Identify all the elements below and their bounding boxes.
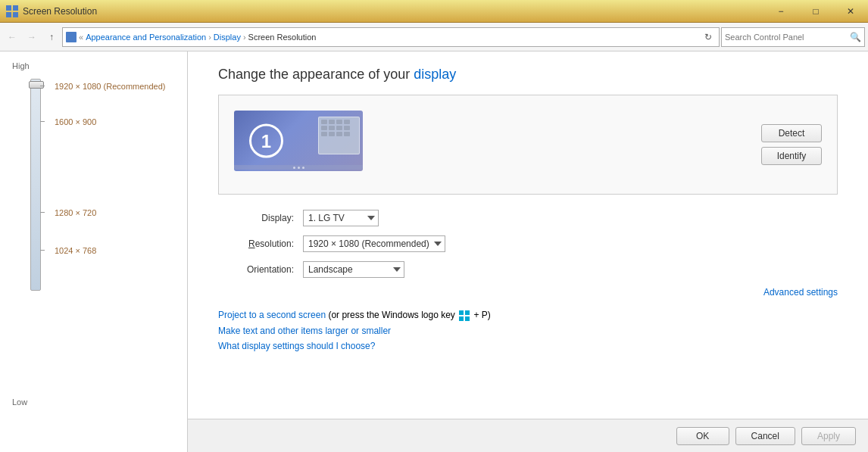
res-label-1024: 1024 × 768 (55, 246, 96, 255)
mini-cell (321, 132, 327, 136)
notch-1 (40, 86, 45, 86)
breadcrumb-appearance[interactable]: Appearance and Personalization (86, 33, 206, 42)
display-row: Display: 1. LG TV (218, 210, 838, 226)
resolution-label: Resolution: (218, 238, 294, 249)
page-title-text2: display (414, 67, 456, 82)
mini-cell (336, 120, 342, 124)
breadcrumb-current: Screen Resolution (248, 33, 317, 42)
bottom-dot (298, 167, 300, 169)
svg-rect-7 (465, 316, 470, 321)
ok-button[interactable]: OK (676, 427, 729, 445)
project-suffix: (or press the Windows logo key (328, 310, 454, 320)
resolution-row: Resolution: 1920 × 1080 (Recommended) (218, 235, 838, 252)
mini-cell (329, 132, 335, 136)
monitor-taskbar-mini (318, 117, 360, 154)
title-bar: Screen Resolution − □ ✕ (0, 0, 868, 23)
display-label: Display: (218, 213, 294, 223)
mini-cell (329, 126, 335, 130)
res-label-1920: 1920 × 1080 (Recommended) (55, 82, 165, 91)
monitor-screen: 1 (234, 111, 363, 171)
maximize-button[interactable]: □ (798, 0, 833, 23)
breadcrumb-arrow1: › (208, 33, 211, 42)
mini-cell (344, 132, 350, 136)
apply-button[interactable]: Apply (801, 427, 856, 445)
page-title-text1: Change the appearance of your (218, 67, 410, 82)
monitor-number: 1 (249, 124, 283, 158)
mini-cell (344, 120, 350, 124)
monitor-buttons: Detect Identify (761, 124, 822, 165)
orientation-select[interactable]: Landscape Portrait Landscape (flipped) P… (303, 261, 404, 278)
breadcrumb-arrow2: › (243, 33, 246, 42)
window: Screen Resolution − □ ✕ ← → ↑ « Appearan… (0, 0, 868, 452)
svg-rect-3 (13, 12, 18, 17)
title-bar-controls: − □ ✕ (763, 0, 868, 23)
orientation-label: Orientation: (218, 264, 294, 275)
res-label-1280: 1280 × 720 (55, 208, 96, 217)
mini-cell (336, 126, 342, 130)
mini-cell (336, 132, 342, 136)
mini-cell (329, 120, 335, 124)
back-button[interactable]: ← (3, 28, 21, 46)
svg-rect-4 (459, 310, 464, 315)
nav-bar: ← → ↑ « Appearance and Personalization ›… (0, 23, 868, 51)
slider-panel: High Low 1920 × 1080 (Recommended) 1600 … (0, 51, 188, 452)
svg-rect-1 (13, 5, 18, 11)
res-label-1600: 1600 × 900 (55, 117, 96, 126)
notch-2 (40, 121, 45, 122)
search-icon[interactable]: 🔍 (850, 32, 861, 42)
main-content: Change the appearance of your display 1 (188, 51, 868, 419)
slider-label-high: High (12, 61, 30, 70)
display-settings-link[interactable]: What display settings should I choose? (218, 341, 838, 351)
slider-track[interactable] (30, 79, 41, 291)
close-button[interactable]: ✕ (833, 0, 868, 23)
search-input[interactable] (725, 33, 850, 42)
resolution-select[interactable]: 1920 × 1080 (Recommended) (303, 235, 445, 252)
slider-label-low: Low (12, 397, 27, 407)
mini-cell (321, 126, 327, 130)
monitor-bottom-bar (234, 165, 363, 170)
footer-bar: OK Cancel Apply (188, 419, 868, 452)
content-area: High Low 1920 × 1080 (Recommended) 1600 … (0, 51, 868, 452)
notch-4 (40, 250, 45, 251)
monitor-area: 1 (218, 95, 838, 195)
text-size-link[interactable]: Make text and other items larger or smal… (218, 326, 838, 336)
search-box: 🔍 (721, 27, 865, 47)
up-button[interactable]: ↑ (42, 28, 61, 46)
project-suffix2: + P) (474, 310, 491, 320)
project-link[interactable]: Project to a second screen (218, 310, 326, 320)
orientation-row: Orientation: Landscape Portrait Landscap… (218, 261, 838, 278)
minimize-button[interactable]: − (763, 0, 798, 23)
bottom-dot (293, 167, 295, 169)
notch-3 (40, 212, 45, 213)
mini-cell (344, 126, 350, 130)
svg-rect-5 (465, 310, 470, 315)
advanced-settings-link[interactable]: Advanced settings (218, 287, 838, 298)
detect-button[interactable]: Detect (761, 124, 822, 142)
slider-thumb[interactable] (29, 81, 44, 89)
windows-logo-icon (459, 310, 470, 321)
svg-rect-2 (6, 12, 11, 17)
cancel-button[interactable]: Cancel (735, 427, 795, 445)
monitor-display: 1 (234, 111, 370, 179)
mini-row-2 (321, 126, 357, 130)
bottom-dot (302, 167, 304, 169)
svg-rect-0 (6, 5, 11, 11)
svg-rect-6 (459, 316, 464, 321)
slider-container: 1920 × 1080 (Recommended) 1600 × 900 128… (12, 71, 175, 306)
mini-row-3 (321, 132, 357, 136)
address-icon (66, 32, 76, 42)
address-bar: « Appearance and Personalization › Displ… (62, 27, 720, 47)
window-icon (6, 5, 18, 17)
title-bar-left: Screen Resolution (6, 5, 97, 17)
breadcrumb-display[interactable]: Display (214, 33, 241, 42)
main-panel: Change the appearance of your display 1 (188, 51, 868, 452)
page-title: Change the appearance of your display (218, 67, 838, 83)
identify-button[interactable]: Identify (761, 147, 822, 165)
bottom-links: Project to a second screen (or press the… (218, 310, 838, 351)
title-bar-title: Screen Resolution (23, 6, 97, 17)
display-select[interactable]: 1. LG TV (303, 210, 379, 226)
project-link-container: Project to a second screen (or press the… (218, 310, 838, 321)
forward-button[interactable]: → (23, 28, 41, 46)
refresh-button[interactable]: ↻ (701, 30, 716, 45)
mini-cell (321, 120, 327, 124)
